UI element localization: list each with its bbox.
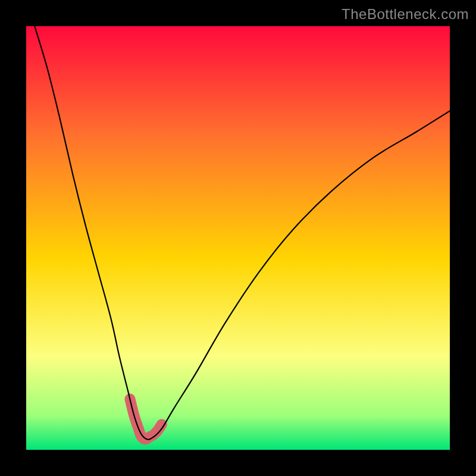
chart-svg	[26, 26, 450, 450]
watermark-text: TheBottleneck.com	[342, 6, 469, 23]
gradient-background	[26, 26, 450, 450]
plot-area	[26, 26, 450, 450]
chart-frame: TheBottleneck.com	[0, 0, 476, 476]
